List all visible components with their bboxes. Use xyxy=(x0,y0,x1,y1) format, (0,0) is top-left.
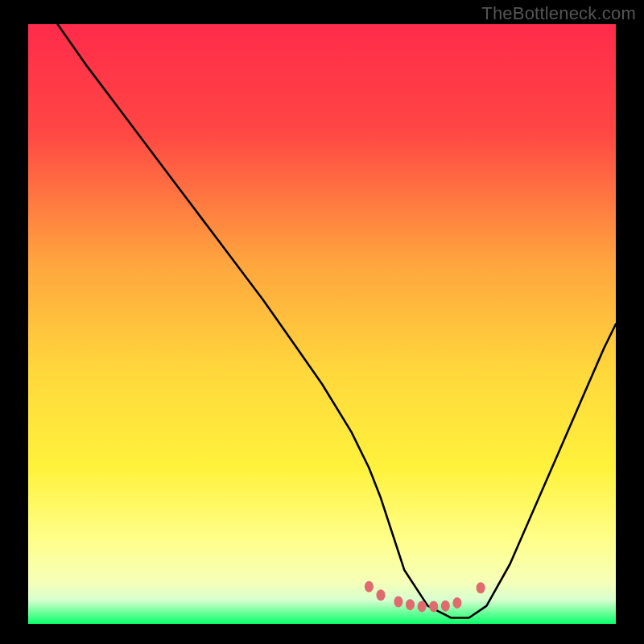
marker-point xyxy=(365,581,374,592)
marker-point xyxy=(477,582,485,593)
marker-point xyxy=(452,597,461,609)
gradient-background xyxy=(28,24,616,624)
watermark-text: TheBottleneck.com xyxy=(481,3,636,24)
bottleneck-chart xyxy=(28,24,616,624)
plot-area xyxy=(28,24,616,624)
marker-point xyxy=(441,601,450,612)
chart-container: TheBottleneck.com xyxy=(0,0,644,644)
marker-point xyxy=(418,601,427,612)
marker-point xyxy=(406,599,415,610)
marker-point xyxy=(377,589,386,601)
marker-point xyxy=(394,596,402,607)
marker-point xyxy=(429,601,438,612)
